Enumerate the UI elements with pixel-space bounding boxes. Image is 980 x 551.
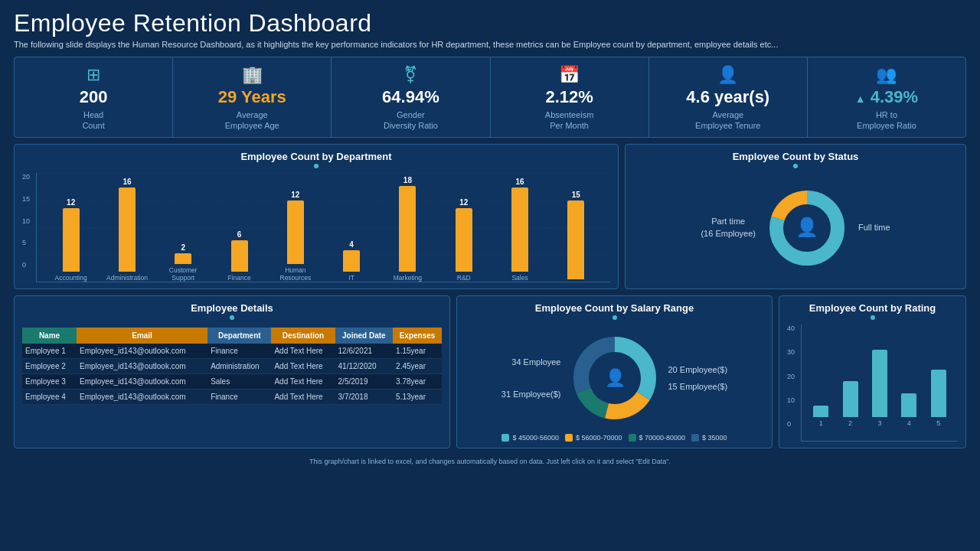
salary-label-4: 31 Employee($) — [501, 386, 561, 403]
salary-label-3: 15 Employee($) — [668, 378, 728, 395]
dept-chart-dot — [314, 164, 318, 168]
status-chart-panel: Employee Count by Status Part time (16 E… — [625, 144, 966, 289]
page-title: Employee Retention Dashboard — [14, 9, 966, 37]
kpi-avg-age: 🏢 29 Years AverageEmployee Age — [173, 57, 332, 137]
svg-text:👤: 👤 — [604, 367, 626, 388]
kpi-gender: ⚧ 64.94% GenderDiversity Ratio — [332, 57, 490, 137]
col-header-email: Email — [77, 328, 207, 344]
rating-bar-2: 2 — [843, 328, 858, 427]
rating-bars-container: 1 2 3 4 — [802, 324, 958, 427]
salary-donut-chart: 👤 — [569, 332, 661, 424]
footer-note: This graph/chart is linked to excel, and… — [14, 455, 966, 465]
dept-chart-panel: Employee Count by Department 0 5 10 15 2… — [14, 144, 619, 289]
employee-details-title: Employee Details — [22, 302, 442, 314]
kpi-value-hr-ratio: ▲ 4.39% — [855, 88, 918, 106]
table-row: Employee 1Employee_id143@outlook.comFina… — [22, 344, 442, 359]
salary-label-2: 20 Employee($) — [668, 361, 728, 378]
legend-item-2: $ 56000-70000 — [565, 434, 622, 442]
building-icon: 🏢 — [242, 65, 263, 85]
part-time-label: Part time (16 Employee) — [701, 216, 756, 240]
kpi-tenure: 👤 4.6 year(s) AverageEmployee Tenure — [649, 57, 808, 137]
kpi-row: ⊞ 200 HeadCount 🏢 29 Years AverageEmploy… — [14, 57, 966, 138]
rating-bar-1: 1 — [813, 328, 828, 427]
col-header-dept: Department — [207, 328, 271, 344]
col-header-name: Name — [22, 328, 77, 344]
bar-hr: 12 Human Resources — [267, 176, 323, 282]
kpi-label-head-count: HeadCount — [82, 109, 104, 132]
employee-details-panel: Employee Details Name Email Department D… — [14, 295, 450, 448]
rating-chart-title: Employee Count by Rating — [787, 302, 958, 314]
kpi-value-avg-age: 29 Years — [218, 88, 286, 106]
kpi-hr-ratio: 👥 ▲ 4.39% HR toEmployee Ratio — [808, 57, 965, 137]
rating-bar-4: 4 — [901, 328, 916, 427]
dashboard: Employee Retention Dashboard The followi… — [0, 0, 980, 551]
col-header-dest: Destination — [271, 328, 335, 344]
kpi-label-gender: GenderDiversity Ratio — [384, 109, 438, 132]
grid-icon: ⊞ — [87, 65, 100, 85]
kpi-label-tenure: AverageEmployee Tenure — [695, 109, 760, 132]
bar-rd: 12 R&D — [436, 176, 492, 282]
bar-extra: 15 — [548, 176, 604, 282]
bottom-row: Employee Details Name Email Department D… — [14, 295, 966, 448]
bar-sales: 16 Sales — [492, 176, 547, 282]
salary-legend: $ 45000-56000 $ 56000-70000 $ 70000-8000… — [465, 434, 764, 442]
legend-item-4: $ 35000 — [691, 434, 727, 442]
dept-bar-chart-area: 0 5 10 15 20 — [22, 173, 610, 282]
employee-details-table: Name Email Department Destination Joined… — [22, 328, 442, 405]
col-header-exp: Expenses — [393, 328, 442, 344]
kpi-label-avg-age: AverageEmployee Age — [225, 109, 279, 132]
bar-it: 4 IT — [323, 176, 379, 282]
calendar-icon: 📅 — [559, 65, 580, 85]
salary-chart-title: Employee Count by Salary Range — [465, 302, 764, 314]
svg-text:👤: 👤 — [795, 216, 818, 238]
legend-item-1: $ 45000-56000 — [501, 434, 559, 442]
header-section: Employee Retention Dashboard The followi… — [14, 9, 966, 51]
kpi-value-head-count: 200 — [80, 88, 108, 106]
table-row: Employee 2Employee_id143@outlook.comAdmi… — [22, 359, 442, 374]
kpi-absenteeism: 📅 2.12% AbsenteeismPer Month — [491, 57, 649, 137]
dept-bars-container: 12 Accounting 16 Administration — [37, 173, 610, 282]
bar-customer-support: 2 Customer Support — [155, 176, 211, 282]
kpi-value-gender: 64.94% — [382, 88, 439, 106]
bar-accounting: 12 Accounting — [43, 176, 99, 282]
salary-label-1: 34 Employee — [501, 354, 561, 370]
bar-finance: 6 Finance — [211, 176, 267, 282]
gender-icon: ⚧ — [403, 65, 417, 85]
rating-bar-5: 5 — [931, 328, 946, 427]
table-row: Employee 3Employee_id143@outlook.comSale… — [22, 374, 442, 390]
rating-chart-panel: Employee Count by Rating 0 10 20 30 40 1 — [779, 295, 966, 448]
bar-administration: 16 Administration — [99, 176, 155, 282]
person-up-icon: 👥 — [876, 65, 897, 85]
col-header-date: Joined Date — [335, 328, 394, 344]
kpi-label-absenteeism: AbsenteeismPer Month — [545, 109, 594, 132]
kpi-value-absenteeism: 2.12% — [545, 88, 593, 106]
page-subtitle: The following slide displays the Human R… — [14, 39, 966, 51]
kpi-head-count: ⊞ 200 HeadCount — [15, 57, 173, 137]
kpi-label-hr-ratio: HR toEmployee Ratio — [857, 109, 916, 132]
status-chart-dot — [793, 164, 798, 168]
rating-bar-3: 3 — [872, 328, 887, 427]
legend-item-3: $ 70000-80000 — [629, 434, 686, 442]
status-donut-wrap: Part time (16 Employee) 👤 Full time — [633, 173, 958, 282]
salary-chart-panel: Employee Count by Salary Range 34 Employ… — [456, 295, 773, 448]
rating-chart-dot — [871, 315, 875, 320]
employee-details-dot — [230, 315, 234, 320]
salary-chart-dot — [612, 315, 617, 320]
dept-chart-title: Employee Count by Department — [22, 151, 610, 162]
person-icon: 👤 — [717, 65, 738, 85]
status-chart-title: Employee Count by Status — [633, 151, 958, 162]
kpi-value-tenure: 4.6 year(s) — [686, 88, 769, 106]
table-row: Employee 4Employee_id143@outlook.comFina… — [22, 390, 442, 405]
charts-row-1: Employee Count by Department 0 5 10 15 2… — [14, 144, 966, 289]
bar-marketing: 18 Marketing — [380, 176, 436, 282]
full-time-label: Full time — [858, 222, 890, 233]
status-donut-chart: 👤 — [765, 186, 849, 270]
